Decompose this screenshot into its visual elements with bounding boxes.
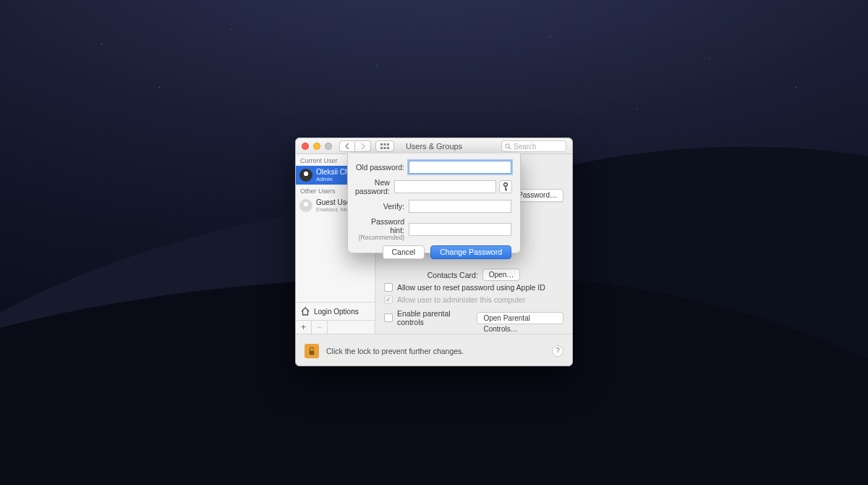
contacts-card-label: Contacts Card: xyxy=(427,271,478,279)
window-controls xyxy=(296,143,332,150)
lock-open-icon xyxy=(307,347,316,355)
cancel-button[interactable]: Cancel xyxy=(383,245,425,259)
allow-reset-appleid-label: Allow user to reset password using Apple… xyxy=(397,283,545,292)
star-icon xyxy=(709,58,710,59)
password-assistant-button[interactable] xyxy=(499,180,512,193)
open-contacts-card-button[interactable]: Open… xyxy=(482,269,520,281)
star-icon xyxy=(159,87,160,88)
allow-administer-checkbox xyxy=(384,295,393,304)
back-button[interactable] xyxy=(339,140,355,152)
star-icon xyxy=(637,109,637,109)
login-options-button[interactable]: Login Options xyxy=(296,302,375,320)
key-icon xyxy=(502,182,509,191)
star-icon xyxy=(796,87,796,88)
svg-rect-3 xyxy=(380,147,383,149)
lock-button[interactable] xyxy=(305,344,319,358)
new-password-label: New password: xyxy=(355,178,394,195)
open-parental-controls-button[interactable]: Open Parental Controls… xyxy=(477,312,563,324)
svg-rect-0 xyxy=(380,143,383,146)
password-hint-label: Password hint: (Recommended) xyxy=(355,217,409,241)
search-placeholder: Search xyxy=(514,143,537,151)
forward-button[interactable] xyxy=(355,140,371,152)
parental-controls-checkbox[interactable] xyxy=(384,313,393,322)
verify-password-input[interactable] xyxy=(409,200,511,213)
svg-rect-8 xyxy=(310,350,315,355)
old-password-input[interactable] xyxy=(409,161,511,174)
zoom-window-button[interactable] xyxy=(325,143,332,150)
change-password-confirm-button[interactable]: Change Password xyxy=(430,245,511,259)
old-password-label: Old password: xyxy=(355,163,409,172)
allow-administer-label: Allow user to administer this computer xyxy=(397,295,525,304)
svg-rect-4 xyxy=(384,147,386,149)
chevron-right-icon xyxy=(361,143,365,149)
svg-point-6 xyxy=(506,143,509,147)
password-hint-input[interactable] xyxy=(409,223,511,236)
change-password-sheet: Old password: New password: Verify: Pass… xyxy=(347,153,521,253)
add-user-button[interactable]: + xyxy=(296,321,312,334)
login-options-label: Login Options xyxy=(314,308,359,316)
add-remove-users: + − xyxy=(296,320,375,334)
chevron-left-icon xyxy=(345,143,349,149)
search-icon xyxy=(505,143,511,150)
lock-hint-text: Click the lock to prevent further change… xyxy=(326,347,464,355)
titlebar: Users & Groups Search xyxy=(296,138,572,154)
svg-rect-1 xyxy=(384,143,386,146)
grid-icon xyxy=(380,143,389,149)
remove-user-button[interactable]: − xyxy=(312,321,328,334)
help-button[interactable]: ? xyxy=(552,345,563,357)
show-all-prefs-button[interactable] xyxy=(375,140,394,152)
star-icon xyxy=(376,65,377,66)
star-icon xyxy=(550,36,550,37)
avatar-icon xyxy=(299,169,312,182)
verify-password-label: Verify: xyxy=(355,202,409,211)
nav-back-forward xyxy=(339,140,371,152)
close-window-button[interactable] xyxy=(302,143,309,150)
star-icon xyxy=(101,43,102,44)
svg-rect-5 xyxy=(387,147,389,149)
parental-controls-label: Enable parental controls xyxy=(397,309,469,326)
svg-point-9 xyxy=(503,183,507,187)
svg-line-7 xyxy=(509,147,511,148)
svg-rect-2 xyxy=(387,143,389,146)
new-password-input[interactable] xyxy=(394,180,496,193)
star-icon xyxy=(231,29,232,30)
minimize-window-button[interactable] xyxy=(313,143,320,150)
avatar-icon xyxy=(299,199,312,212)
window-footer: Click the lock to prevent further change… xyxy=(296,334,572,367)
allow-reset-appleid-checkbox[interactable] xyxy=(384,283,393,292)
house-icon xyxy=(300,306,310,316)
search-field[interactable]: Search xyxy=(501,140,566,152)
